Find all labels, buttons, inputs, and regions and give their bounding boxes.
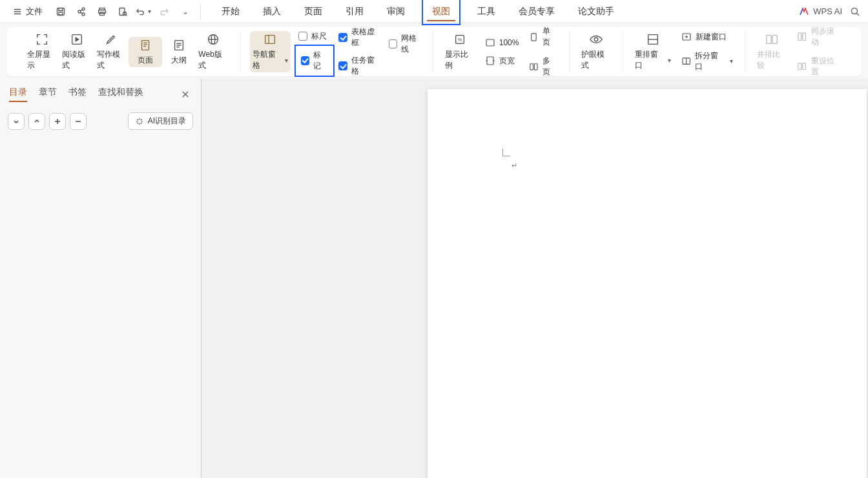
remove-level-button[interactable] — [70, 113, 87, 130]
web-label: Web版式 — [198, 49, 228, 71]
svg-line-15 — [126, 15, 127, 16]
svg-text:%: % — [458, 37, 462, 43]
page-view-button[interactable]: 页面 — [129, 37, 162, 67]
document-canvas[interactable]: ↵ — [202, 79, 868, 478]
hamburger-icon — [13, 7, 22, 16]
ruler-checkbox[interactable]: 标尺 — [298, 31, 331, 42]
single-page-label: 单页 — [542, 26, 557, 48]
sync-scroll-icon — [797, 32, 807, 41]
chevron-down-icon: ▾ — [730, 57, 733, 65]
print-button[interactable] — [94, 4, 110, 19]
svg-line-17 — [857, 13, 860, 16]
split-window-button[interactable]: 拆分窗口▾ — [679, 49, 736, 74]
add-level-button[interactable] — [49, 113, 66, 130]
multi-page-button[interactable]: 多页 — [526, 54, 559, 79]
ai-toc-label: AI识别目录 — [148, 116, 186, 127]
page-width-button[interactable]: 页宽 — [482, 54, 522, 68]
new-window-label: 新建窗口 — [696, 32, 727, 43]
sidepanel-tab-bookmarks[interactable]: 书签 — [68, 87, 87, 102]
svg-rect-35 — [487, 57, 493, 65]
zoom-small-col2: 单页 多页 — [526, 25, 559, 79]
sparkle-icon — [135, 117, 144, 126]
side-by-side-label: 并排比较 — [757, 49, 787, 71]
tab-page[interactable]: 页面 — [302, 2, 325, 21]
single-page-button[interactable]: 单页 — [526, 25, 559, 49]
fullscreen-icon — [35, 32, 49, 47]
svg-rect-13 — [119, 8, 125, 15]
ribbon-group-eyecare: 护眼模式 — [570, 31, 623, 72]
redo-button[interactable] — [156, 4, 172, 19]
sidepanel-tab-toc[interactable]: 目录 — [9, 87, 27, 102]
arrange-icon — [646, 32, 660, 47]
tab-view[interactable]: 视图 — [426, 2, 457, 21]
collapse-button[interactable] — [28, 113, 45, 130]
window-small-col: 新建窗口 拆分窗口▾ — [679, 30, 736, 74]
arrange-windows-button[interactable]: 重排窗口▾ — [632, 31, 673, 72]
sidepanel-tab-chapters[interactable]: 章节 — [39, 87, 57, 102]
svg-rect-52 — [803, 63, 806, 70]
reset-icon — [797, 61, 807, 71]
side-by-side-button: 并排比较 — [754, 31, 790, 72]
workarea: 目录 章节 书签 查找和替换 AI识别目录 ↵ — [0, 79, 868, 478]
table-frame-checkbox[interactable]: 表格虚框 — [338, 26, 381, 48]
share-button[interactable] — [74, 4, 89, 19]
page-width-icon — [485, 56, 495, 66]
svg-rect-51 — [798, 63, 801, 70]
ai-recognize-toc-button[interactable]: AI识别目录 — [128, 112, 193, 130]
chevron-down-icon: ⌄ — [182, 7, 189, 16]
chevron-down-icon — [12, 118, 20, 125]
sidepanel-close-button[interactable] — [179, 88, 192, 101]
writing-label: 写作模式 — [97, 49, 127, 71]
svg-rect-3 — [57, 8, 65, 15]
outline-view-button[interactable]: 大纲 — [162, 37, 196, 67]
show-checkboxes-col1: 标尺 标记 — [298, 31, 331, 73]
save-icon — [56, 6, 66, 17]
wps-ai-button[interactable]: WPS AI — [799, 6, 842, 17]
writing-mode-button[interactable]: 写作模式 — [94, 31, 129, 72]
play-page-icon — [70, 32, 84, 47]
eye-care-button[interactable]: 护眼模式 — [579, 31, 614, 72]
sidepanel-tab-find-replace[interactable]: 查找和替换 — [98, 87, 143, 102]
checkbox-checked-icon — [301, 56, 309, 65]
print-preview-button[interactable] — [115, 4, 130, 19]
tab-start[interactable]: 开始 — [219, 2, 242, 21]
grid-checkbox[interactable]: 网格线 — [389, 33, 424, 55]
file-menu-button[interactable]: 文件 — [8, 3, 48, 20]
undo-button[interactable]: ▾ — [136, 4, 151, 19]
undo-icon — [136, 6, 145, 17]
expand-button[interactable] — [8, 113, 25, 130]
arrange-label: 重排窗口 — [635, 49, 665, 71]
svg-rect-12 — [100, 12, 105, 16]
wps-ai-icon — [799, 6, 809, 17]
reading-layout-button[interactable]: 阅读版式 — [59, 31, 94, 72]
save-button[interactable] — [53, 4, 68, 19]
zoom-ratio-button[interactable]: % 显示比例 — [442, 31, 477, 72]
more-quick-access-button[interactable]: ⌄ — [177, 4, 192, 19]
web-layout-button[interactable]: Web版式 — [196, 31, 231, 72]
tab-insert[interactable]: 插入 — [260, 2, 284, 21]
multi-page-icon — [529, 62, 539, 72]
tab-reference[interactable]: 引用 — [343, 2, 366, 21]
checkbox-checked-icon — [338, 61, 347, 70]
new-window-button[interactable]: 新建窗口 — [679, 30, 736, 44]
task-pane-checkbox[interactable]: 任务窗格 — [338, 55, 381, 77]
margin-corner-mark — [502, 149, 510, 156]
tab-member[interactable]: 会员专享 — [516, 2, 557, 21]
ruler-label: 标尺 — [311, 31, 327, 42]
eye-icon — [589, 32, 603, 47]
search-icon[interactable] — [850, 6, 860, 17]
chevron-down-icon: ▾ — [668, 57, 671, 64]
tab-tools[interactable]: 工具 — [475, 2, 498, 21]
chevron-down-icon[interactable]: ▾ — [148, 8, 151, 15]
tab-thesis[interactable]: 论文助手 — [575, 2, 617, 21]
fullscreen-button[interactable]: 全屏显示 — [25, 31, 59, 72]
page-width-label: 页宽 — [499, 56, 515, 67]
ribbon-group-window: 重排窗口▾ 新建窗口 拆分窗口▾ — [623, 31, 745, 72]
zoom-100-label: 100% — [499, 38, 519, 47]
tab-review[interactable]: 审阅 — [384, 2, 408, 21]
grid-label: 网格线 — [401, 33, 424, 55]
marks-checkbox[interactable]: 标记 — [298, 48, 331, 73]
document-page[interactable]: ↵ — [428, 89, 867, 478]
nav-pane-button[interactable]: 导航窗格▾ — [250, 31, 291, 72]
zoom-100-button[interactable]: 100% — [482, 36, 522, 49]
